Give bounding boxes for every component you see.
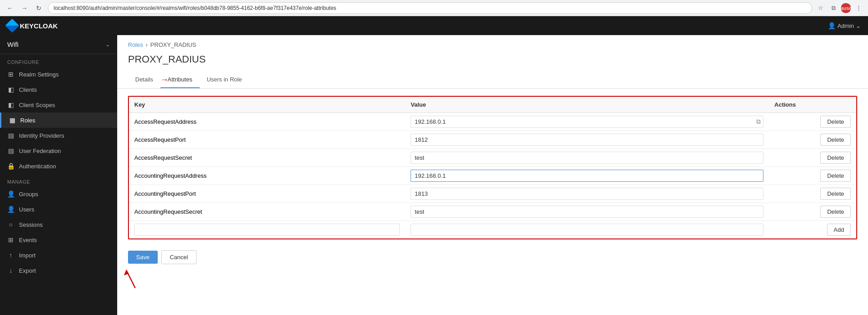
value-input[interactable] bbox=[411, 134, 763, 146]
main-content: Roles › PROXY_RADIUS PROXY_RADIUS Detail… bbox=[117, 35, 868, 315]
sidebar-item-realm-settings[interactable]: ⊞ Realm Settings bbox=[0, 67, 117, 82]
delete-button[interactable]: Delete bbox=[820, 134, 851, 146]
actions-header: Actions bbox=[769, 97, 856, 113]
bookmark-icon[interactable]: ☆ bbox=[816, 3, 826, 13]
sidebar-item-label: Events bbox=[19, 237, 37, 243]
breadcrumb-separator: › bbox=[146, 41, 147, 48]
table-row: AccountingRequestAddressDelete bbox=[129, 167, 856, 185]
delete-button[interactable]: Delete bbox=[820, 206, 851, 218]
sidebar-item-import[interactable]: ↑ Import bbox=[0, 248, 117, 263]
sidebar-item-label: Authentication bbox=[19, 163, 56, 170]
user-icon: 👤 bbox=[828, 22, 836, 29]
roles-icon: ▦ bbox=[9, 117, 16, 124]
key-cell: AccountingRequestPort bbox=[129, 185, 405, 203]
realm-settings-icon: ⊞ bbox=[7, 71, 14, 78]
events-icon: ⊞ bbox=[7, 236, 14, 243]
value-input[interactable] bbox=[411, 170, 763, 182]
full-layout: Wifi ⌄ Configure ⊞ Realm Settings ◧ Clie… bbox=[0, 35, 868, 315]
key-cell: AccountingRequestAddress bbox=[129, 167, 405, 185]
new-action-cell: Add bbox=[769, 221, 856, 239]
sidebar-item-clients[interactable]: ◧ Clients bbox=[0, 82, 117, 97]
save-button[interactable]: Save bbox=[128, 251, 158, 264]
save-arrow-annotation bbox=[122, 266, 144, 290]
value-cell bbox=[405, 131, 769, 149]
value-input[interactable] bbox=[411, 116, 763, 128]
sidebar-item-sessions[interactable]: ○ Sessions bbox=[0, 217, 117, 232]
delete-button[interactable]: Delete bbox=[820, 188, 851, 200]
delete-button[interactable]: Delete bbox=[820, 152, 851, 164]
reload-button[interactable]: ↻ bbox=[33, 3, 44, 14]
value-input[interactable] bbox=[411, 188, 763, 200]
back-button[interactable]: ← bbox=[5, 3, 15, 14]
value-input[interactable] bbox=[411, 152, 763, 164]
sessions-icon: ○ bbox=[7, 221, 14, 228]
sidebar-item-user-federation[interactable]: ▤ User Federation bbox=[0, 143, 117, 158]
sidebar-item-groups[interactable]: 👤 Groups bbox=[0, 186, 117, 202]
key-cell: AccessRequestSecret bbox=[129, 149, 405, 167]
key-header: Key bbox=[129, 97, 405, 113]
sidebar-item-label: Export bbox=[19, 267, 36, 274]
clients-icon: ◧ bbox=[7, 86, 14, 93]
sidebar-item-authentication[interactable]: 🔒 Authentication bbox=[0, 158, 117, 174]
new-row: Add bbox=[129, 221, 856, 239]
cancel-button[interactable]: Cancel bbox=[161, 250, 196, 264]
sidebar-item-label: Sessions bbox=[19, 221, 43, 228]
key-cell: AccountingRequestSecret bbox=[129, 203, 405, 221]
new-key-input[interactable] bbox=[134, 224, 400, 236]
users-icon: 👤 bbox=[7, 206, 14, 213]
tab-attributes[interactable]: Attributes bbox=[160, 72, 200, 88]
sidebar-item-roles[interactable]: ▦ Roles bbox=[0, 112, 117, 128]
tab-users-in-role[interactable]: Users in Role bbox=[200, 72, 249, 88]
new-value-input[interactable] bbox=[411, 224, 763, 236]
menu-icon[interactable]: ⋮ bbox=[854, 3, 863, 13]
extensions-icon[interactable]: ⧉ bbox=[828, 3, 838, 13]
tab-details[interactable]: Details → bbox=[128, 72, 160, 88]
tabs: Details → Attributes Users in Role bbox=[117, 72, 868, 89]
keycloak-logo: KEYCLOAK bbox=[7, 21, 58, 31]
action-cell: Delete bbox=[769, 149, 856, 167]
svg-marker-1 bbox=[124, 270, 129, 275]
action-cell: Delete bbox=[769, 113, 856, 131]
configure-section-label: Configure bbox=[0, 54, 117, 67]
realm-chevron-icon: ⌄ bbox=[105, 41, 110, 48]
forward-button[interactable]: → bbox=[19, 3, 30, 14]
sidebar-item-label: User Federation bbox=[19, 148, 61, 154]
delete-button[interactable]: Delete bbox=[820, 170, 851, 182]
key-cell: AccessRequestPort bbox=[129, 131, 405, 149]
sidebar-item-label: Clients bbox=[19, 86, 37, 93]
table-row: AccountingRequestPortDelete bbox=[129, 185, 856, 203]
add-button[interactable]: Add bbox=[827, 224, 851, 236]
browser-bar: ← → ↻ ☆ ⧉ Paused ⋮ bbox=[0, 0, 868, 16]
value-input[interactable] bbox=[411, 206, 763, 218]
action-cell: Delete bbox=[769, 185, 856, 203]
sidebar-item-users[interactable]: 👤 Users bbox=[0, 202, 117, 217]
breadcrumb-roles-link[interactable]: Roles bbox=[128, 41, 143, 48]
sidebar-item-identity-providers[interactable]: ▤ Identity Providers bbox=[0, 128, 117, 143]
sidebar-item-export[interactable]: ↓ Export bbox=[0, 263, 117, 278]
authentication-icon: 🔒 bbox=[7, 162, 14, 170]
sidebar-item-label: Roles bbox=[20, 117, 35, 124]
realm-name: Wifi bbox=[7, 40, 18, 48]
browser-icons: ☆ ⧉ Paused ⋮ bbox=[816, 3, 863, 13]
value-cell bbox=[405, 149, 769, 167]
paused-icon[interactable]: Paused bbox=[841, 3, 851, 13]
value-cell bbox=[405, 203, 769, 221]
admin-menu[interactable]: 👤 Admin ⌄ bbox=[828, 22, 861, 29]
copy-icon[interactable]: ⧉ bbox=[756, 118, 761, 126]
manage-section-label: Manage bbox=[0, 174, 117, 186]
client-scopes-icon: ◧ bbox=[7, 101, 14, 108]
sidebar-item-label: Users bbox=[19, 206, 34, 213]
export-icon: ↓ bbox=[7, 267, 14, 274]
sidebar-item-events[interactable]: ⊞ Events bbox=[0, 232, 117, 248]
import-icon: ↑ bbox=[7, 252, 14, 259]
delete-button[interactable]: Delete bbox=[820, 116, 851, 128]
table-row: AccessRequestSecretDelete bbox=[129, 149, 856, 167]
sidebar: Wifi ⌄ Configure ⊞ Realm Settings ◧ Clie… bbox=[0, 35, 117, 315]
realm-selector[interactable]: Wifi ⌄ bbox=[0, 35, 117, 54]
svg-line-0 bbox=[126, 270, 135, 288]
sidebar-item-label: Groups bbox=[19, 191, 38, 198]
tab-details-label: Details bbox=[135, 76, 153, 83]
url-bar[interactable] bbox=[48, 2, 812, 14]
user-federation-icon: ▤ bbox=[7, 147, 14, 154]
sidebar-item-client-scopes[interactable]: ◧ Client Scopes bbox=[0, 97, 117, 112]
